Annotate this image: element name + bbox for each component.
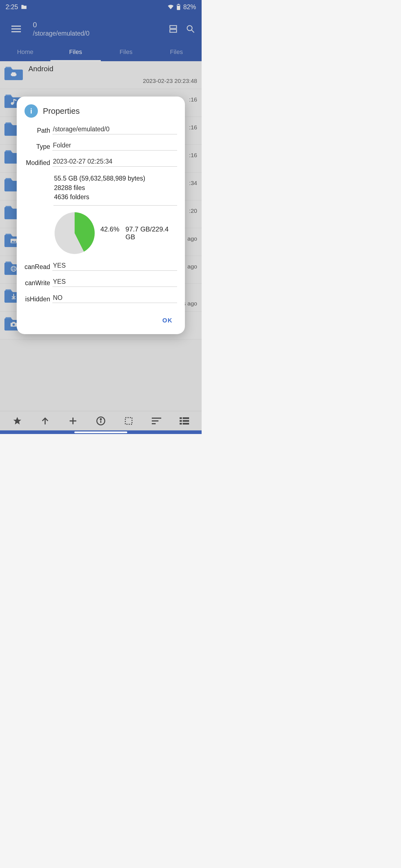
ishidden-value: NO [52,294,177,303]
size-block: 55.5 GB (59,632,588,989 bytes) 28288 fil… [54,174,177,205]
modified-value: 2023-02-27 02:25:34 [52,158,177,167]
info-icon: i [25,104,38,118]
folders-line: 4636 folders [54,192,177,202]
properties-dialog: i Properties Path /storage/emulated/0 Ty… [17,96,185,334]
modified-label: Modified [25,159,52,167]
canwrite-label: canWrite [25,279,52,287]
path-label: Path [25,127,52,134]
canwrite-value: YES [52,278,177,287]
size-line: 55.5 GB (59,632,588,989 bytes) [54,174,177,183]
ishidden-label: isHidden [25,296,52,303]
storage-pie-chart [55,212,95,254]
path-value: /storage/emulated/0 [52,125,177,134]
storage-space: 97.7 GB/229.4 GB [125,225,177,241]
dialog-backdrop[interactable]: i Properties Path /storage/emulated/0 Ty… [0,0,202,434]
files-line: 28288 files [54,183,177,192]
storage-percent: 42.6% [100,225,119,241]
type-value: Folder [52,142,177,151]
storage-usage-row: 42.6% 97.7 GB/229.4 GB [55,212,177,254]
type-label: Type [25,143,52,151]
dialog-title: Properties [43,106,80,116]
ok-button[interactable]: OK [158,315,177,326]
canread-label: canRead [25,263,52,271]
canread-value: YES [52,262,177,271]
gesture-pill[interactable] [74,432,127,433]
